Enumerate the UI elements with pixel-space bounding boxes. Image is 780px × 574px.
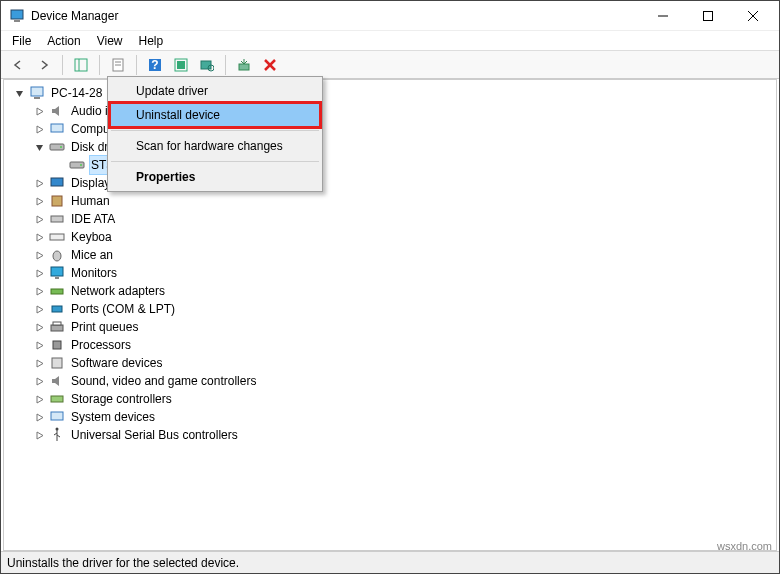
tree-node-system[interactable]: System devices [32, 408, 768, 426]
expand-icon[interactable] [34, 322, 45, 333]
uninstall-button[interactable] [259, 54, 281, 76]
expand-icon[interactable] [34, 268, 45, 279]
tree-label: Mice an [69, 246, 115, 264]
expand-icon[interactable] [34, 394, 45, 405]
ctx-properties[interactable]: Properties [110, 165, 320, 189]
expand-icon[interactable] [34, 412, 45, 423]
expand-icon[interactable] [34, 430, 45, 441]
tree-label: Universal Serial Bus controllers [69, 426, 240, 444]
computer-icon [49, 121, 65, 137]
tree-label: Display [69, 174, 112, 192]
expand-icon[interactable] [34, 106, 45, 117]
update-driver-button[interactable] [233, 54, 255, 76]
audio-icon [49, 103, 65, 119]
svg-rect-6 [75, 59, 87, 71]
window-title: Device Manager [31, 9, 640, 23]
svg-rect-27 [51, 178, 63, 186]
tree-node-processors[interactable]: Processors [32, 336, 768, 354]
expand-icon[interactable] [34, 358, 45, 369]
tree-node-network[interactable]: Network adapters [32, 282, 768, 300]
menu-view[interactable]: View [90, 32, 130, 50]
toolbar-separator [136, 55, 137, 75]
expand-icon[interactable] [34, 304, 45, 315]
status-text: Uninstalls the driver for the selected d… [7, 556, 773, 570]
ide-icon [49, 211, 65, 227]
keyboard-icon [49, 229, 65, 245]
menubar: File Action View Help [1, 31, 779, 51]
expand-icon[interactable] [34, 286, 45, 297]
toolbar-separator [99, 55, 100, 75]
expand-icon[interactable] [34, 124, 45, 135]
menu-action[interactable]: Action [40, 32, 87, 50]
titlebar: Device Manager [1, 1, 779, 31]
menu-help[interactable]: Help [132, 32, 171, 50]
properties-button[interactable] [107, 54, 129, 76]
svg-point-24 [60, 146, 62, 148]
ctx-separator [111, 130, 319, 131]
expand-icon[interactable] [34, 214, 45, 225]
expand-icon[interactable] [34, 196, 45, 207]
expand-icon[interactable] [34, 376, 45, 387]
tree-node-sound[interactable]: Sound, video and game controllers [32, 372, 768, 390]
maximize-button[interactable] [685, 1, 730, 30]
close-button[interactable] [730, 1, 775, 30]
svg-rect-33 [55, 277, 59, 279]
display-icon [49, 175, 65, 191]
expand-icon[interactable] [34, 178, 45, 189]
scan-button[interactable] [196, 54, 218, 76]
svg-rect-39 [52, 358, 62, 368]
tree-node-monitors[interactable]: Monitors [32, 264, 768, 282]
show-hide-tree-button[interactable] [70, 54, 92, 76]
svg-rect-22 [51, 124, 63, 132]
tree-node-storage[interactable]: Storage controllers [32, 390, 768, 408]
menu-file[interactable]: File [5, 32, 38, 50]
monitor-icon [49, 265, 65, 281]
ctx-uninstall-device[interactable]: Uninstall device [110, 103, 320, 127]
toolbar-separator [225, 55, 226, 75]
tree-label: Processors [69, 336, 133, 354]
mouse-icon [49, 247, 65, 263]
context-menu: Update driver Uninstall device Scan for … [107, 79, 323, 192]
minimize-button[interactable] [640, 1, 685, 30]
svg-point-42 [56, 428, 59, 431]
action-button[interactable] [170, 54, 192, 76]
expand-icon[interactable] [34, 232, 45, 243]
tree-label: System devices [69, 408, 157, 426]
svg-rect-1 [14, 20, 20, 22]
tree-node-software[interactable]: Software devices [32, 354, 768, 372]
tree-node-mice[interactable]: Mice an [32, 246, 768, 264]
tree-label: Keyboa [69, 228, 114, 246]
printer-icon [49, 319, 65, 335]
ctx-scan-hardware[interactable]: Scan for hardware changes [110, 134, 320, 158]
computer-icon [29, 85, 45, 101]
expand-icon[interactable] [34, 250, 45, 261]
ctx-update-driver[interactable]: Update driver [110, 79, 320, 103]
tree-node-ports[interactable]: Ports (COM & LPT) [32, 300, 768, 318]
tree-node-ide[interactable]: IDE ATA [32, 210, 768, 228]
forward-button[interactable] [33, 54, 55, 76]
device-manager-window: Device Manager File Action View Help ? [0, 0, 780, 574]
back-button[interactable] [7, 54, 29, 76]
svg-rect-29 [51, 216, 63, 222]
disk-icon [69, 157, 85, 173]
collapse-icon[interactable] [14, 88, 25, 99]
svg-rect-30 [50, 234, 64, 240]
collapse-icon[interactable] [34, 142, 45, 153]
system-icon [49, 409, 65, 425]
svg-rect-36 [51, 325, 63, 331]
svg-point-26 [80, 164, 82, 166]
port-icon [49, 301, 65, 317]
expand-icon[interactable] [34, 340, 45, 351]
sound-icon [49, 373, 65, 389]
tree-node-keyboard[interactable]: Keyboa [32, 228, 768, 246]
tree-node-usb[interactable]: Universal Serial Bus controllers [32, 426, 768, 444]
tree-node-printqueues[interactable]: Print queues [32, 318, 768, 336]
svg-rect-35 [52, 306, 62, 312]
svg-rect-17 [239, 64, 249, 70]
svg-rect-32 [51, 267, 63, 276]
tree-node-human[interactable]: Human [32, 192, 768, 210]
svg-rect-40 [51, 396, 63, 402]
tree-label: Network adapters [69, 282, 167, 300]
device-tree-pane[interactable]: PC-14-28 Audio inputs and outputs Comput… [3, 79, 777, 551]
help-button[interactable]: ? [144, 54, 166, 76]
